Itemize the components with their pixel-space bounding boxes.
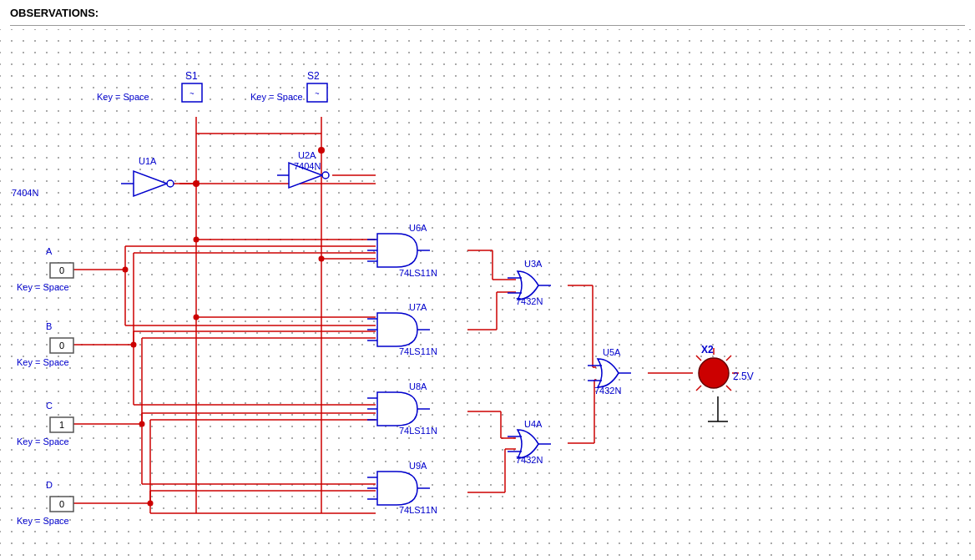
svg-text:~: ~ bbox=[189, 89, 194, 98]
svg-text:Key = Space: Key = Space bbox=[17, 282, 69, 292]
svg-point-110 bbox=[699, 358, 729, 388]
svg-text:74LS11N: 74LS11N bbox=[399, 346, 437, 356]
svg-text:7432N: 7432N bbox=[516, 455, 543, 465]
svg-point-75 bbox=[322, 172, 329, 179]
svg-text:U8A: U8A bbox=[409, 381, 427, 391]
svg-text:U2A: U2A bbox=[298, 150, 316, 160]
svg-text:Key = Space: Key = Space bbox=[250, 92, 303, 102]
svg-point-9 bbox=[318, 147, 325, 154]
svg-point-43 bbox=[319, 256, 325, 262]
svg-line-112 bbox=[726, 356, 731, 361]
svg-text:D: D bbox=[46, 480, 53, 490]
svg-line-114 bbox=[726, 386, 731, 391]
svg-point-72 bbox=[167, 180, 174, 187]
svg-point-45 bbox=[194, 315, 200, 320]
svg-text:C: C bbox=[46, 401, 53, 411]
svg-text:X2: X2 bbox=[701, 344, 714, 356]
svg-text:U9A: U9A bbox=[409, 461, 427, 471]
svg-text:7404N: 7404N bbox=[12, 188, 38, 198]
svg-text:S2: S2 bbox=[307, 70, 320, 82]
svg-text:A: A bbox=[46, 246, 53, 256]
svg-text:U5A: U5A bbox=[603, 347, 621, 357]
svg-text:74LS11N: 74LS11N bbox=[399, 268, 437, 278]
svg-text:S1: S1 bbox=[185, 70, 198, 82]
svg-text:Key = Space: Key = Space bbox=[17, 357, 69, 367]
svg-line-116 bbox=[696, 386, 701, 391]
svg-text:U1A: U1A bbox=[139, 156, 157, 166]
svg-text:1: 1 bbox=[59, 420, 64, 430]
svg-text:7432N: 7432N bbox=[594, 386, 621, 396]
svg-text:U4A: U4A bbox=[524, 419, 543, 429]
observations-label: OBSERVATIONS: bbox=[10, 7, 99, 19]
svg-text:0: 0 bbox=[59, 499, 64, 509]
main-page: OBSERVATIONS: bbox=[0, 0, 975, 560]
svg-text:B: B bbox=[46, 321, 52, 331]
circuit-diagram: ~ ~ bbox=[0, 29, 975, 560]
svg-text:Key = Space: Key = Space bbox=[17, 516, 69, 526]
svg-text:U6A: U6A bbox=[409, 223, 427, 233]
svg-text:7404N: 7404N bbox=[294, 161, 321, 171]
svg-point-41 bbox=[194, 237, 200, 243]
svg-line-115 bbox=[696, 356, 701, 361]
svg-text:Key = Space: Key = Space bbox=[97, 92, 149, 102]
svg-text:74LS11N: 74LS11N bbox=[399, 505, 437, 515]
svg-text:7432N: 7432N bbox=[516, 296, 543, 306]
svg-text:2.5V: 2.5V bbox=[733, 371, 754, 382]
svg-text:0: 0 bbox=[59, 341, 64, 351]
svg-text:U7A: U7A bbox=[409, 302, 427, 312]
separator-line bbox=[10, 25, 965, 26]
svg-text:74LS11N: 74LS11N bbox=[399, 426, 437, 436]
svg-point-8 bbox=[193, 180, 200, 187]
svg-text:U3A: U3A bbox=[524, 259, 543, 269]
svg-marker-71 bbox=[134, 171, 167, 196]
svg-text:Key = Space: Key = Space bbox=[17, 436, 69, 446]
svg-text:~: ~ bbox=[315, 89, 319, 98]
svg-text:0: 0 bbox=[59, 265, 64, 275]
